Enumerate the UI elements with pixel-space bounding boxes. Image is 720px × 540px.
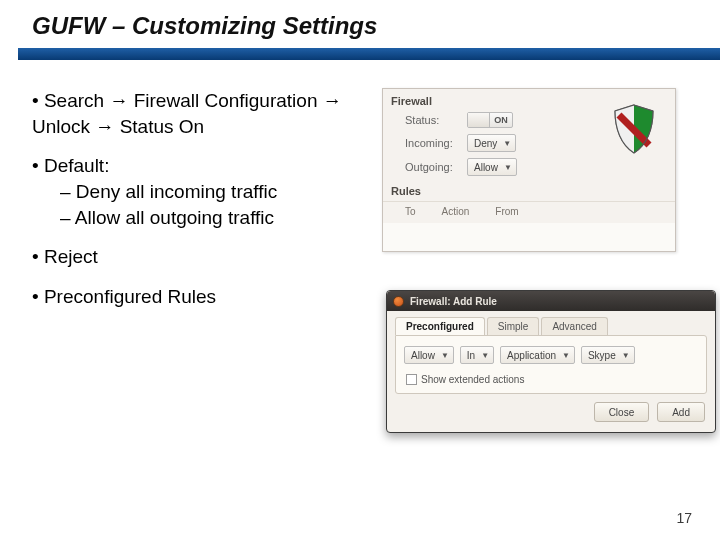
rules-table-body: [383, 223, 675, 251]
tab-preconfigured[interactable]: Preconfigured: [395, 317, 485, 335]
application-dropdown[interactable]: Skype ▼: [581, 346, 635, 364]
close-button[interactable]: Close: [594, 402, 650, 422]
shield-icon: [611, 103, 657, 155]
application-value: Skype: [588, 350, 616, 361]
bullet-item: Reject: [32, 244, 372, 270]
close-icon[interactable]: [393, 296, 404, 307]
tab-simple[interactable]: Simple: [487, 317, 540, 335]
chevron-down-icon: ▼: [481, 351, 489, 360]
policy-dropdown[interactable]: Allow ▼: [404, 346, 454, 364]
bullet-text: Default:: [44, 155, 109, 176]
chevron-down-icon: ▼: [441, 351, 449, 360]
chevron-down-icon: ▼: [504, 163, 512, 172]
rules-col-to: To: [405, 206, 416, 217]
incoming-value: Deny: [474, 138, 497, 149]
rules-col-action: Action: [442, 206, 470, 217]
rules-section-label: Rules: [383, 179, 675, 199]
chevron-down-icon: ▼: [622, 351, 630, 360]
incoming-dropdown[interactable]: Deny ▼: [467, 134, 516, 152]
bullet-item: Search → Firewall Configuration → Unlock…: [32, 88, 372, 139]
outgoing-dropdown[interactable]: Allow ▼: [467, 158, 517, 176]
direction-value: In: [467, 350, 475, 361]
page-number: 17: [676, 510, 692, 526]
chevron-down-icon: ▼: [503, 139, 511, 148]
title-divider: [18, 48, 720, 60]
show-extended-checkbox[interactable]: [406, 374, 417, 385]
rules-col-from: From: [495, 206, 518, 217]
show-extended-label: Show extended actions: [421, 374, 524, 385]
bullet-sub-item: Allow all outgoing traffic: [60, 205, 372, 231]
bullet-item: Default: Deny all incoming traffic Allow…: [32, 153, 372, 230]
direction-dropdown[interactable]: In ▼: [460, 346, 494, 364]
toggle-knob: [468, 113, 490, 127]
slide-title: GUFW – Customizing Settings: [32, 12, 720, 40]
chevron-down-icon: ▼: [562, 351, 570, 360]
tab-advanced[interactable]: Advanced: [541, 317, 607, 335]
firewall-panel: Firewall Status: ON Incoming: Deny ▼ Out…: [382, 88, 676, 252]
add-rule-dialog: Firewall: Add Rule Preconfigured Simple …: [386, 290, 716, 433]
status-toggle[interactable]: ON: [467, 112, 513, 128]
incoming-label: Incoming:: [405, 137, 459, 149]
bullet-sub-item: Deny all incoming traffic: [60, 179, 372, 205]
status-label: Status:: [405, 114, 459, 126]
policy-value: Allow: [411, 350, 435, 361]
outgoing-value: Allow: [474, 162, 498, 173]
kind-value: Application: [507, 350, 556, 361]
bullet-list: Search → Firewall Configuration → Unlock…: [32, 88, 372, 323]
dialog-titlebar[interactable]: Firewall: Add Rule: [387, 291, 715, 311]
dialog-title: Firewall: Add Rule: [410, 296, 497, 307]
add-button[interactable]: Add: [657, 402, 705, 422]
kind-dropdown[interactable]: Application ▼: [500, 346, 575, 364]
status-value: ON: [490, 115, 512, 125]
outgoing-label: Outgoing:: [405, 161, 459, 173]
bullet-item: Preconfigured Rules: [32, 284, 372, 310]
